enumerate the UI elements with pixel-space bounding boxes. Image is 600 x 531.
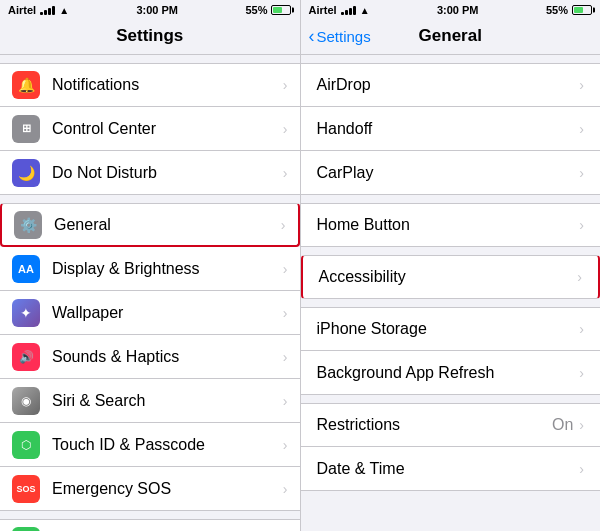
control-center-label: Control Center <box>52 120 283 138</box>
sos-chevron: › <box>283 481 288 497</box>
right-title: General <box>419 26 482 46</box>
right-item-home-button[interactable]: Home Button › <box>301 203 601 247</box>
date-time-label: Date & Time <box>317 460 580 478</box>
settings-item-display[interactable]: AA Display & Brightness › <box>0 247 300 291</box>
accessibility-chevron: › <box>577 269 582 285</box>
handoff-chevron: › <box>579 121 584 137</box>
notifications-label: Notifications <box>52 76 283 94</box>
restrictions-label: Restrictions <box>317 416 552 434</box>
right-signal-icon <box>341 5 356 15</box>
siri-label: Siri & Search <box>52 392 283 410</box>
left-battery-icon <box>271 5 291 15</box>
left-settings-list: 🔔 Notifications › ⊞ Control Center › 🌙 D… <box>0 55 300 531</box>
control-center-icon: ⊞ <box>12 115 40 143</box>
do-not-disturb-label: Do Not Disturb <box>52 164 283 182</box>
touch-id-chevron: › <box>283 437 288 453</box>
battery-settings-icon: 🔋 <box>12 527 40 531</box>
do-not-disturb-icon: 🌙 <box>12 159 40 187</box>
general-chevron: › <box>281 217 286 233</box>
right-battery-fill <box>574 7 583 13</box>
display-label: Display & Brightness <box>52 260 283 278</box>
back-chevron-icon: ‹ <box>309 26 315 47</box>
settings-item-general[interactable]: ⚙️ General › <box>0 203 300 247</box>
back-label: Settings <box>317 28 371 45</box>
right-item-carplay[interactable]: CarPlay › <box>301 151 601 195</box>
general-icon: ⚙️ <box>14 211 42 239</box>
right-status-left: Airtel ▲ <box>309 4 370 16</box>
wallpaper-label: Wallpaper <box>52 304 283 322</box>
left-wifi-icon: ▲ <box>59 5 69 16</box>
right-status-bar: Airtel ▲ 3:00 PM 55% <box>301 0 601 20</box>
right-header: ‹ Settings General <box>301 20 601 55</box>
settings-item-wallpaper[interactable]: ✦ Wallpaper › <box>0 291 300 335</box>
right-item-iphone-storage[interactable]: iPhone Storage › <box>301 307 601 351</box>
iphone-storage-label: iPhone Storage <box>317 320 580 338</box>
right-battery-icon <box>572 5 592 15</box>
left-carrier: Airtel <box>8 4 36 16</box>
settings-item-control-center[interactable]: ⊞ Control Center › <box>0 107 300 151</box>
accessibility-label: Accessibility <box>319 268 578 286</box>
notifications-chevron: › <box>283 77 288 93</box>
right-item-bg-refresh[interactable]: Background App Refresh › <box>301 351 601 395</box>
settings-item-sounds[interactable]: 🔊 Sounds & Haptics › <box>0 335 300 379</box>
display-chevron: › <box>283 261 288 277</box>
right-battery-pct: 55% <box>546 4 568 16</box>
left-status-right: 55% <box>245 4 291 16</box>
right-status-right: 55% <box>546 4 592 16</box>
general-label: General <box>54 216 281 234</box>
settings-item-notifications[interactable]: 🔔 Notifications › <box>0 63 300 107</box>
right-time: 3:00 PM <box>437 4 479 16</box>
sounds-chevron: › <box>283 349 288 365</box>
sounds-icon: 🔊 <box>12 343 40 371</box>
sos-label: Emergency SOS <box>52 480 283 498</box>
sounds-label: Sounds & Haptics <box>52 348 283 366</box>
right-general-list: AirDrop › Handoff › CarPlay › Home Butto… <box>301 55 601 531</box>
settings-item-siri[interactable]: ◉ Siri & Search › <box>0 379 300 423</box>
sos-icon: SOS <box>12 475 40 503</box>
right-panel: Airtel ▲ 3:00 PM 55% ‹ Settings General <box>301 0 601 531</box>
restrictions-value: On <box>552 416 573 434</box>
bg-refresh-label: Background App Refresh <box>317 364 580 382</box>
wallpaper-chevron: › <box>283 305 288 321</box>
settings-item-battery[interactable]: 🔋 Battery › <box>0 519 300 531</box>
airdrop-chevron: › <box>579 77 584 93</box>
carplay-chevron: › <box>579 165 584 181</box>
left-time: 3:00 PM <box>136 4 178 16</box>
left-battery-pct: 55% <box>245 4 267 16</box>
left-title: Settings <box>116 26 183 45</box>
settings-item-touch-id[interactable]: ⬡ Touch ID & Passcode › <box>0 423 300 467</box>
left-signal-icon <box>40 5 55 15</box>
left-status-bar: Airtel ▲ 3:00 PM 55% <box>0 0 300 20</box>
siri-chevron: › <box>283 393 288 409</box>
wallpaper-icon: ✦ <box>12 299 40 327</box>
control-center-chevron: › <box>283 121 288 137</box>
airdrop-label: AirDrop <box>317 76 580 94</box>
settings-item-sos[interactable]: SOS Emergency SOS › <box>0 467 300 511</box>
home-button-chevron: › <box>579 217 584 233</box>
do-not-disturb-chevron: › <box>283 165 288 181</box>
right-item-airdrop[interactable]: AirDrop › <box>301 63 601 107</box>
left-status-left: Airtel ▲ <box>8 4 69 16</box>
right-item-accessibility[interactable]: Accessibility › <box>301 255 601 299</box>
settings-item-do-not-disturb[interactable]: 🌙 Do Not Disturb › <box>0 151 300 195</box>
right-item-date-time[interactable]: Date & Time › <box>301 447 601 491</box>
siri-icon: ◉ <box>12 387 40 415</box>
handoff-label: Handoff <box>317 120 580 138</box>
home-button-label: Home Button <box>317 216 580 234</box>
back-button[interactable]: ‹ Settings <box>309 26 371 47</box>
restrictions-chevron: › <box>579 417 584 433</box>
right-item-restrictions[interactable]: Restrictions On › <box>301 403 601 447</box>
iphone-storage-chevron: › <box>579 321 584 337</box>
date-time-chevron: › <box>579 461 584 477</box>
left-panel: Airtel ▲ 3:00 PM 55% Settings 🔔 N <box>0 0 301 531</box>
notifications-icon: 🔔 <box>12 71 40 99</box>
display-icon: AA <box>12 255 40 283</box>
left-battery-fill <box>273 7 282 13</box>
right-item-handoff[interactable]: Handoff › <box>301 107 601 151</box>
bg-refresh-chevron: › <box>579 365 584 381</box>
right-wifi-icon: ▲ <box>360 5 370 16</box>
right-carrier: Airtel <box>309 4 337 16</box>
carplay-label: CarPlay <box>317 164 580 182</box>
touch-id-label: Touch ID & Passcode <box>52 436 283 454</box>
touch-id-icon: ⬡ <box>12 431 40 459</box>
